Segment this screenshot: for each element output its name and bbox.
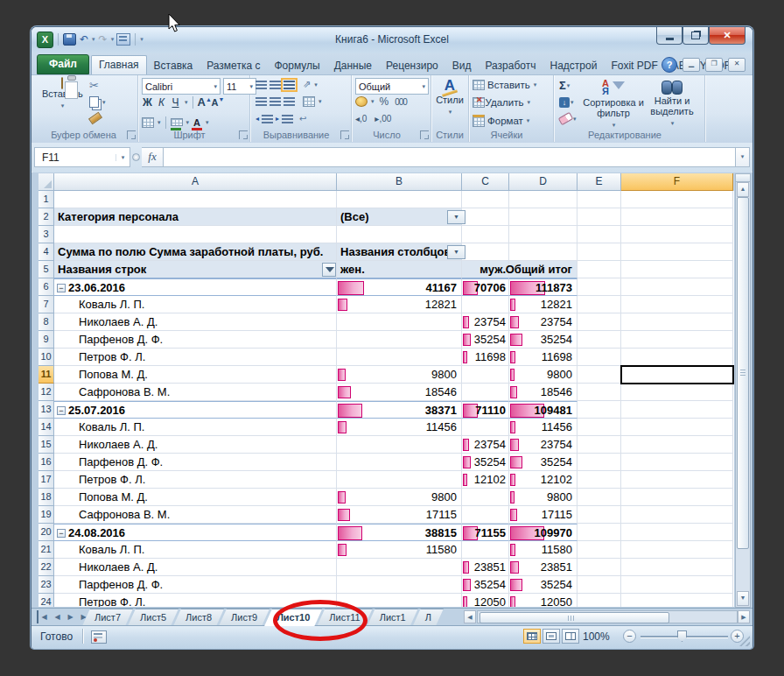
cell-E23[interactable] xyxy=(578,576,621,594)
cell-E24[interactable] xyxy=(578,594,621,607)
cell-D24[interactable]: 12050 xyxy=(509,594,578,607)
zoom-in-button[interactable]: + xyxy=(731,630,744,643)
align-left-icon[interactable] xyxy=(256,97,267,106)
cell-C8[interactable]: 23754 xyxy=(462,313,509,331)
cell-A3[interactable] xyxy=(54,226,337,243)
cell-F15[interactable] xyxy=(621,436,733,454)
cell-A2[interactable]: Категория персонала xyxy=(54,208,337,226)
sheet-tab-Лист9[interactable]: Лист9 xyxy=(219,609,270,626)
cell-C21[interactable] xyxy=(462,541,509,559)
zoom-slider-thumb[interactable] xyxy=(677,630,687,642)
cell-B1[interactable] xyxy=(337,191,462,208)
italic-button[interactable]: К xyxy=(156,96,167,109)
column-header-C[interactable]: C xyxy=(462,173,509,191)
cell-F10[interactable] xyxy=(621,349,733,366)
sheet-tab-Лист8[interactable]: Лист8 xyxy=(173,609,224,626)
cell-B16[interactable] xyxy=(337,454,462,471)
row-header-7[interactable]: 7 xyxy=(38,296,54,313)
collapse-icon[interactable]: − xyxy=(57,406,66,415)
cell-B10[interactable] xyxy=(337,349,462,366)
row-header-18[interactable]: 18 xyxy=(38,489,54,506)
restore-button[interactable] xyxy=(682,27,709,45)
ribbon-tab-Надстрой[interactable]: Надстрой xyxy=(543,57,605,74)
cell-D2[interactable] xyxy=(509,208,578,226)
cell-C15[interactable]: 23754 xyxy=(462,436,509,454)
orientation-icon[interactable]: ⇗ xyxy=(303,79,311,90)
row-header-15[interactable]: 15 xyxy=(38,436,54,454)
number-dialog-launcher-icon[interactable] xyxy=(420,130,429,139)
cell-E15[interactable] xyxy=(578,436,621,454)
cell-E1[interactable] xyxy=(578,191,621,208)
cell-E9[interactable] xyxy=(578,331,621,349)
row-header-19[interactable]: 19 xyxy=(38,506,54,524)
format-cells-button[interactable]: Формат▾ xyxy=(472,115,529,127)
cell-C11[interactable] xyxy=(462,366,509,384)
ribbon-tab-file[interactable]: Файл xyxy=(37,54,89,74)
cell-F12[interactable] xyxy=(621,384,733,401)
pivot-dropdown-icon[interactable]: ▼ xyxy=(447,210,466,224)
column-header-D[interactable]: D xyxy=(509,173,578,191)
cell-C7[interactable] xyxy=(462,296,509,313)
cell-D18[interactable]: 9800 xyxy=(509,489,578,506)
page-layout-view-button[interactable] xyxy=(542,629,560,644)
row-header-17[interactable]: 17 xyxy=(38,471,54,489)
wrap-text-icon[interactable]: ↩ xyxy=(299,114,306,123)
column-header-F[interactable]: F xyxy=(621,173,733,191)
cell-B4[interactable]: Названия столбцов xyxy=(337,243,462,261)
collapse-icon[interactable]: − xyxy=(57,284,66,292)
cell-D1[interactable] xyxy=(509,191,578,208)
cell-F2[interactable] xyxy=(621,208,733,226)
cell-B24[interactable] xyxy=(337,594,462,607)
cell-E5[interactable] xyxy=(578,261,621,278)
cell-D17[interactable]: 12102 xyxy=(509,471,578,489)
row-header-22[interactable]: 22 xyxy=(38,559,54,576)
macro-record-icon[interactable] xyxy=(91,630,107,644)
cell-F17[interactable] xyxy=(621,471,733,489)
row-header-4[interactable]: 4 xyxy=(38,243,54,261)
cell-C5[interactable]: муж. xyxy=(462,261,509,278)
cell-D16[interactable]: 35254 xyxy=(509,454,578,471)
row-header-23[interactable]: 23 xyxy=(38,576,54,594)
styles-button[interactable]: А Стили ▾ xyxy=(430,78,470,116)
copy-dropdown-icon[interactable]: ▾ xyxy=(102,99,106,106)
cell-D5[interactable]: Общий итог xyxy=(509,261,578,278)
cell-C13[interactable]: 71110 xyxy=(462,401,509,419)
ribbon-tab-Разработч[interactable]: Разработч xyxy=(478,57,542,74)
scroll-down-icon[interactable]: ▼ xyxy=(737,591,749,606)
cell-F19[interactable] xyxy=(621,506,733,524)
scroll-up-icon[interactable]: ▲ xyxy=(737,182,749,197)
row-labels-filter-icon[interactable] xyxy=(322,263,336,277)
row-header-14[interactable]: 14 xyxy=(38,419,54,436)
cell-B11[interactable]: 9800 xyxy=(337,366,462,384)
cell-D12[interactable]: 18546 xyxy=(509,384,578,401)
horizontal-scrollbar[interactable] xyxy=(477,610,738,623)
row-header-20[interactable]: 20 xyxy=(38,524,54,541)
workbook-minimize-button[interactable]: ▁ xyxy=(682,58,700,72)
cell-B8[interactable] xyxy=(337,313,462,331)
cell-C3[interactable] xyxy=(462,226,509,243)
cell-A7[interactable]: Коваль Л. П. xyxy=(54,296,337,313)
cell-B18[interactable]: 9800 xyxy=(337,489,462,506)
sheet-tab-Л[interactable]: Л xyxy=(413,609,444,626)
column-header-B[interactable]: B xyxy=(337,173,462,191)
cell-F3[interactable] xyxy=(621,226,733,243)
cell-C1[interactable] xyxy=(462,191,509,208)
page-break-view-button[interactable] xyxy=(562,629,579,644)
cell-D21[interactable]: 11580 xyxy=(509,541,578,559)
cell-C22[interactable]: 23851 xyxy=(462,559,509,576)
cell-A14[interactable]: Коваль Л. П. xyxy=(54,419,337,436)
row-header-13[interactable]: 13 xyxy=(38,401,54,419)
cell-A23[interactable]: Парфенов Д. Ф. xyxy=(54,576,337,594)
cell-F5[interactable] xyxy=(621,261,733,278)
workbook-restore-button[interactable]: ❐ xyxy=(705,58,723,72)
autosum-button[interactable]: Σ▾ xyxy=(557,78,578,93)
cell-D6[interactable]: 111873 xyxy=(509,278,578,296)
vertical-scroll-thumb[interactable] xyxy=(737,197,749,549)
cell-B21[interactable]: 11580 xyxy=(337,541,462,559)
cell-E18[interactable] xyxy=(578,489,621,506)
cell-E22[interactable] xyxy=(578,559,621,576)
number-format-select[interactable]: Общий▾ xyxy=(355,78,429,95)
cell-A4[interactable]: Сумма по полю Сумма заработной платы, ру… xyxy=(54,243,337,261)
merge-center-icon[interactable] xyxy=(303,96,315,107)
cell-E4[interactable] xyxy=(578,243,621,261)
